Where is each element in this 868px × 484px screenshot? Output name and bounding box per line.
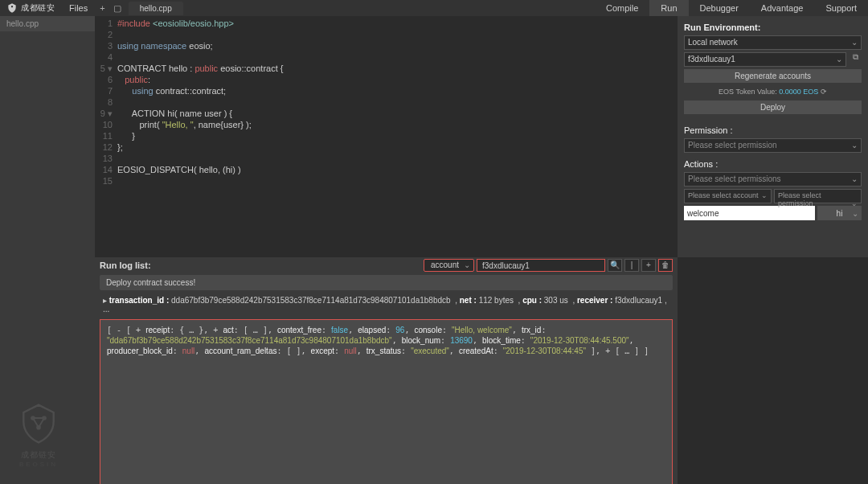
clear-trash-icon[interactable]: 🗑	[658, 259, 673, 272]
actions-permissions-select[interactable]: Please select permissions	[684, 172, 862, 187]
deploy-button[interactable]: Deploy	[684, 100, 862, 114]
add-file-icon[interactable]: +	[96, 3, 108, 13]
hi-action-button[interactable]: hi	[817, 206, 862, 220]
line-gutter: 12345 ▾6789 ▾101112131415	[95, 16, 117, 257]
log-title: Run log list:	[100, 260, 424, 270]
top-nav: Compile Run Debugger Advantage Support	[595, 0, 868, 16]
log-account-input[interactable]	[477, 259, 605, 272]
files-label[interactable]: Files	[61, 3, 96, 13]
nav-debugger[interactable]: Debugger	[689, 0, 750, 16]
top-bar: 成都链安 Files + ▢ hello.cpp Compile Run Deb…	[0, 0, 868, 16]
refresh-icon[interactable]: ⟳	[821, 88, 827, 96]
divider-icon: |	[624, 259, 639, 272]
permission-title: Permission :	[684, 125, 862, 135]
token-value: 0.0000 EOS	[779, 88, 818, 96]
editor-tab[interactable]: hello.cpp	[129, 2, 183, 15]
run-env-title: Run Environment:	[684, 23, 862, 32]
search-icon[interactable]: 🔍	[608, 259, 622, 272]
token-label: EOS Token Value:	[719, 88, 777, 96]
run-panel: Run Environment: Local network f3dxdluca…	[678, 16, 868, 257]
nav-support[interactable]: Support	[814, 0, 868, 16]
tx-id-value: dda67bf3b79ce588d242b7531583c37f8ce7114a…	[171, 296, 451, 305]
log-account-select[interactable]: account	[424, 259, 474, 272]
log-controls: account 🔍 | + 🗑	[424, 259, 673, 272]
code-content[interactable]: #include <eosiolib/eosio.hpp>using names…	[117, 16, 678, 257]
add-log-icon[interactable]: +	[641, 259, 656, 272]
copy-icon[interactable]: ⧉	[849, 52, 862, 67]
transaction-json[interactable]: [ - [ + receipt: { … }, + act: [ … ], co…	[100, 319, 673, 484]
run-log: Run log list: account 🔍 | + 🗑 Deploy con…	[95, 257, 678, 484]
actions-title: Actions :	[684, 159, 862, 169]
tx-id-label: transaction_id :	[109, 296, 169, 305]
permission-select[interactable]: Please select permission	[684, 138, 862, 153]
tx-receiver-label: receiver :	[577, 296, 612, 305]
sidebar-file[interactable]: hello.cpp	[0, 16, 95, 31]
shield-icon	[6, 2, 18, 14]
action-param-input[interactable]	[684, 206, 815, 220]
nav-advantage[interactable]: Advantage	[750, 0, 815, 16]
network-select[interactable]: Local network	[684, 35, 862, 50]
transaction-summary[interactable]: ▸ transaction_id : dda67bf3b79ce588d242b…	[100, 293, 673, 316]
token-info: EOS Token Value: 0.0000 EOS ⟳	[684, 88, 862, 96]
deploy-success-message: Deploy contract success!	[100, 275, 673, 290]
nav-run[interactable]: Run	[649, 0, 688, 16]
code-editor[interactable]: 12345 ▾6789 ▾101112131415 #include <eosi…	[95, 16, 678, 257]
log-header: Run log list: account 🔍 | + 🗑	[95, 257, 678, 273]
folder-icon[interactable]: ▢	[109, 3, 125, 14]
tx-cpu-label: cpu :	[522, 296, 542, 305]
actions-permission-select[interactable]: Please select permission	[774, 189, 862, 203]
nav-compile[interactable]: Compile	[595, 0, 649, 16]
brand-logo: 成都链安	[0, 2, 61, 14]
env-account-select[interactable]: f3dxdlucauy1	[684, 52, 846, 67]
chevron-right-icon[interactable]: ▸	[103, 296, 107, 305]
tx-net-value: 112 bytes	[479, 296, 514, 305]
tx-cpu-value: 303 us	[544, 296, 568, 305]
file-sidebar: hello.cpp	[0, 16, 95, 484]
tx-net-label: net :	[460, 296, 477, 305]
regenerate-accounts-button[interactable]: Regenerate accounts	[684, 69, 862, 83]
actions-account-select[interactable]: Please select account	[684, 189, 772, 203]
tx-receiver-value: f3dxdlucauy1	[615, 296, 662, 305]
brand-text: 成都链安	[21, 2, 55, 14]
